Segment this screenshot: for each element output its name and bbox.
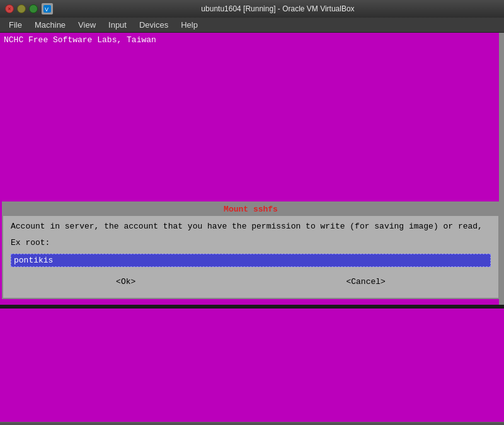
dialog-body: Account in server, the account that you … — [3, 216, 498, 298]
maximize-button[interactable] — [29, 4, 38, 13]
window-title: ubuntu1604 [Running] - Oracle VM Virtual… — [57, 4, 499, 13]
cancel-button[interactable]: <Cancel> — [341, 276, 390, 288]
menubar: File Machine View Input Devices Help — [0, 18, 504, 33]
purple-bg-lower — [0, 309, 504, 422]
dialog-titlebar: Mount sshfs — [3, 203, 498, 216]
window-controls: × — [5, 4, 38, 13]
menu-input[interactable]: Input — [102, 19, 133, 31]
menu-devices[interactable]: Devices — [133, 19, 175, 31]
menu-machine[interactable]: Machine — [28, 19, 72, 31]
dialog-message-line2: Ex root: — [11, 237, 491, 249]
menu-view[interactable]: View — [72, 19, 102, 31]
menu-help[interactable]: Help — [175, 19, 204, 31]
titlebar: × V ubuntu1604 [Running] - Oracle VM Vir… — [0, 0, 504, 18]
taskbar: V Right Ctrl — [0, 422, 504, 425]
dialog-message-line1: Account in server, the account that you … — [11, 221, 491, 232]
vm-header-text: NCHC Free Software Labs, Taiwan — [0, 33, 504, 47]
minimize-button[interactable] — [17, 4, 26, 13]
app-icon: V — [42, 3, 53, 14]
scrollbar[interactable] — [499, 33, 504, 305]
dialog-title: Mount sshfs — [224, 205, 278, 214]
vm-display: NCHC Free Software Labs, Taiwan Mount ss… — [0, 33, 504, 305]
svg-text:V: V — [45, 6, 49, 13]
dialog-buttons: <Ok> <Cancel> — [11, 276, 491, 288]
menu-file[interactable]: File — [3, 19, 28, 31]
ok-button[interactable]: <Ok> — [111, 276, 140, 288]
dialog-mount-sshfs: Mount sshfs Account in server, the accou… — [2, 201, 500, 299]
close-button[interactable]: × — [5, 4, 14, 13]
dialog-input-field[interactable] — [11, 254, 491, 267]
